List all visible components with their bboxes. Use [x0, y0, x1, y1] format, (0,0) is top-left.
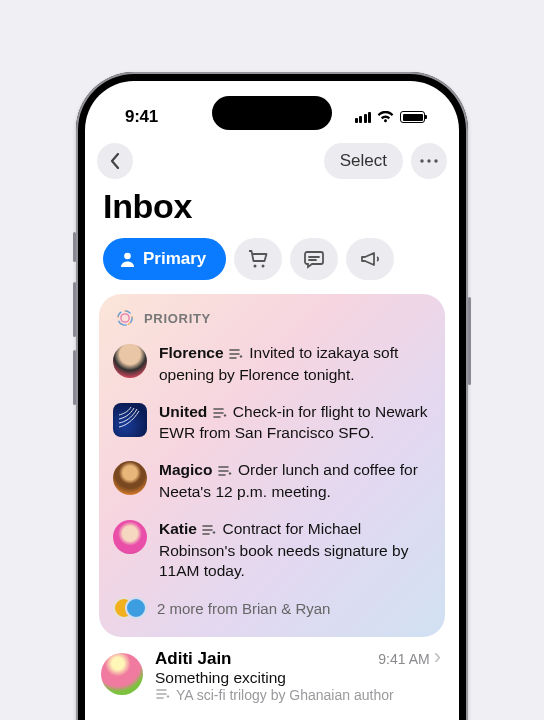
svg-point-5 [262, 265, 265, 268]
battery-icon [400, 111, 425, 123]
volume-down-button [73, 350, 76, 405]
priority-item[interactable]: United Check-in for flight to Newark EWR… [113, 397, 431, 456]
priority-label: PRIORITY [144, 311, 211, 326]
sender: Magico [159, 461, 212, 478]
tab-updates[interactable] [290, 238, 338, 280]
summary-text: Contract for Michael Robinson's book nee… [159, 520, 408, 579]
summary-icon [202, 521, 216, 541]
summary-icon [156, 687, 170, 703]
back-button[interactable] [97, 143, 133, 179]
avatar [113, 520, 147, 554]
svg-point-2 [434, 159, 437, 162]
summary-icon [213, 404, 227, 424]
category-tabs: Primary [85, 238, 459, 294]
cellular-icon [355, 112, 372, 123]
avatar [113, 403, 147, 437]
nav-bar: Select [85, 135, 459, 183]
avatar-cluster [113, 591, 147, 625]
preview-text: YA sci-fi trilogy by Ghanaian author [176, 687, 394, 703]
more-button[interactable] [411, 143, 447, 179]
sender: Katie [159, 520, 197, 537]
page-title: Inbox [85, 183, 459, 238]
volume-up-button [73, 282, 76, 337]
svg-point-4 [254, 265, 257, 268]
dynamic-island [212, 96, 332, 130]
message-row[interactable]: Aditi Jain 9:41 AM › Something exciting … [85, 637, 459, 703]
megaphone-icon [359, 249, 381, 269]
cart-icon [247, 249, 269, 269]
avatar [113, 344, 147, 378]
apple-intelligence-icon [115, 308, 135, 328]
summary-icon [229, 345, 243, 365]
svg-point-7 [116, 309, 134, 327]
svg-point-0 [420, 159, 423, 162]
ellipsis-icon [420, 159, 438, 163]
power-button [468, 297, 471, 385]
priority-more-text: 2 more from Brian & Ryan [157, 600, 330, 617]
iphone-frame: 9:41 Select Inbox Primary [76, 72, 468, 720]
tab-promotions[interactable] [346, 238, 394, 280]
status-time: 9:41 [125, 107, 158, 127]
tab-shopping[interactable] [234, 238, 282, 280]
chat-icon [303, 249, 325, 269]
priority-more-row[interactable]: 2 more from Brian & Ryan [113, 588, 431, 627]
avatar [101, 653, 143, 695]
priority-item[interactable]: Magico Order lunch and coffee for Neeta'… [113, 455, 431, 514]
priority-card[interactable]: PRIORITY Florence Invited to izakaya sof… [99, 294, 445, 637]
sender: United [159, 403, 207, 420]
avatar [113, 461, 147, 495]
subject: Something exciting [155, 669, 441, 687]
person-icon [119, 251, 136, 268]
summary-icon [218, 462, 232, 482]
svg-point-8 [116, 309, 134, 327]
chevron-left-icon [110, 153, 120, 169]
time-label: 9:41 AM [378, 651, 429, 667]
wifi-icon [377, 111, 394, 123]
side-button [73, 232, 76, 262]
svg-point-3 [124, 252, 131, 259]
svg-point-1 [427, 159, 430, 162]
svg-point-6 [121, 314, 129, 322]
priority-item[interactable]: Florence Invited to izakaya soft opening… [113, 338, 431, 397]
select-button[interactable]: Select [324, 143, 403, 179]
tab-primary[interactable]: Primary [103, 238, 226, 280]
sender: Aditi Jain [155, 649, 378, 669]
priority-item[interactable]: Katie Contract for Michael Robinson's bo… [113, 514, 431, 588]
chevron-right-icon: › [434, 650, 441, 664]
sender: Florence [159, 344, 224, 361]
